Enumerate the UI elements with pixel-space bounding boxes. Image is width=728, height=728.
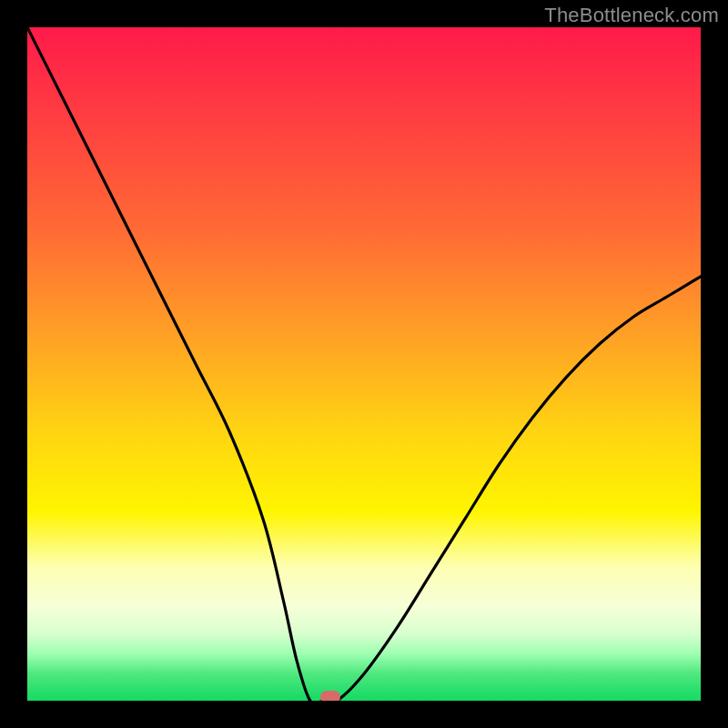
watermark-text: TheBottleneck.com <box>544 4 719 27</box>
plot-area <box>27 27 701 701</box>
bottleneck-curve <box>27 27 701 701</box>
chart-frame: TheBottleneck.com <box>0 0 728 728</box>
optimal-point-marker <box>320 691 340 701</box>
